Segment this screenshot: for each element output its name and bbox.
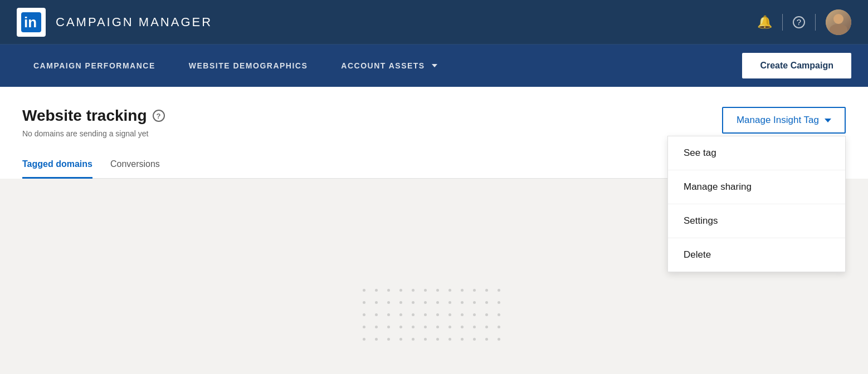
tab-tagged-domains[interactable]: Tagged domains [22,151,92,179]
page-header: Website tracking ? No domains are sendin… [22,107,846,138]
top-bar-left: in CAMPAIGN MANAGER [17,8,212,37]
divider2 [815,14,816,31]
dropdown-item-see-tag[interactable]: See tag [668,136,845,170]
tab-conversions[interactable]: Conversions [110,151,160,179]
dropdown-wrapper: Manage Insight Tag See tag Manage sharin… [722,107,846,134]
dropdown-item-manage-sharing[interactable]: Manage sharing [668,170,845,204]
dot-grid [363,289,505,346]
help-icon[interactable]: ? [793,16,805,28]
chevron-down-blue-icon [825,119,831,122]
nav-item-website-demographics[interactable]: WEBSITE DEMOGRAPHICS [172,45,325,87]
manage-tag-dropdown: See tag Manage sharing Settings Delete [667,136,846,272]
secondary-nav: CAMPAIGN PERFORMANCE WEBSITE DEMOGRAPHIC… [0,45,868,87]
linkedin-logo[interactable]: in [17,8,46,37]
dropdown-item-delete[interactable]: Delete [668,238,845,272]
main-content: Website tracking ? No domains are sendin… [0,87,868,179]
top-bar-right: 🔔 ? [757,9,851,35]
chevron-down-icon [432,64,437,67]
dropdown-item-settings[interactable]: Settings [668,204,845,238]
top-bar: in CAMPAIGN MANAGER 🔔 ? [0,0,868,45]
avatar-image [826,9,851,35]
svg-text:in: in [24,14,37,31]
page-title: Website tracking ? [22,107,165,125]
app-title: CAMPAIGN MANAGER [56,15,212,29]
manage-insight-tag-button[interactable]: Manage Insight Tag [722,107,846,134]
nav-item-campaign-performance[interactable]: CAMPAIGN PERFORMANCE [17,45,172,87]
page-title-section: Website tracking ? No domains are sendin… [22,107,165,138]
avatar[interactable] [826,9,851,35]
notification-icon[interactable]: 🔔 [757,15,772,29]
page-subtitle: No domains are sending a signal yet [22,129,165,138]
nav-item-account-assets[interactable]: ACCOUNT ASSETS [324,45,453,87]
divider [782,14,783,31]
create-campaign-button[interactable]: Create Campaign [742,53,851,78]
page-help-icon[interactable]: ? [153,110,165,122]
